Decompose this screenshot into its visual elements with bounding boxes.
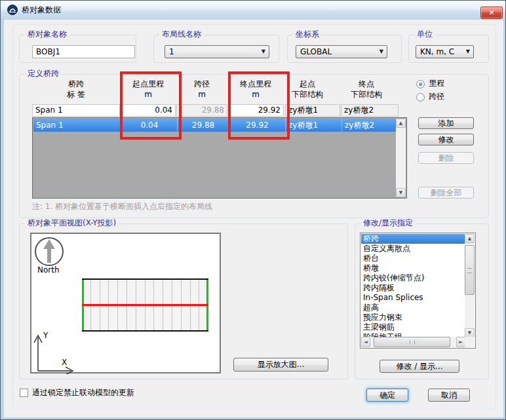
- axis-y-label: Y: [43, 331, 48, 341]
- define-spans-label: 定义桥跨: [25, 69, 62, 78]
- coordinate-system-select[interactable]: GLOBAL ▼: [296, 45, 387, 58]
- units-label: 单位: [414, 29, 435, 39]
- list-item-girder-rebar[interactable]: 主梁钢筋: [361, 322, 465, 332]
- vscroll-thumb[interactable]: [465, 245, 475, 295]
- start-station-input[interactable]: 0.04: [121, 104, 176, 117]
- bridge-object-name-input[interactable]: BOBJ1: [32, 45, 135, 58]
- end-station-input[interactable]: 29.92: [228, 104, 284, 117]
- lock-update-checkbox[interactable]: [20, 389, 28, 397]
- chevron-down-icon: ▼: [466, 47, 470, 56]
- window-title: 桥对象数据: [22, 5, 61, 14]
- end-substructure-field[interactable]: zy桥墩2: [341, 104, 399, 117]
- station-radio-label: 里程: [429, 79, 444, 88]
- modify-button[interactable]: 修改: [418, 134, 474, 145]
- lock-update-checkbox-label: 通过锁定禁止联动模型的更新: [32, 388, 134, 398]
- layout-line-value: 1: [169, 47, 174, 56]
- scroll-down-icon: ▼: [468, 330, 471, 335]
- list-item-abutments[interactable]: 桥台: [361, 254, 465, 263]
- scroll-down-button[interactable]: ▼: [396, 188, 406, 197]
- units-value: KN, m, C: [420, 47, 454, 56]
- column-header-start-substructure: 起点下部结构: [277, 79, 338, 100]
- assignments-list[interactable]: 桥跨 自定义离散点 桥台 桥墩 跨内铰(伸缩节点) 跨内隔板 In-Span S…: [360, 233, 476, 349]
- list-item-spans[interactable]: 桥跨: [361, 234, 465, 244]
- bridge-layout-line: [82, 304, 208, 306]
- list-item-hinges[interactable]: 跨内铰(伸缩节点): [361, 273, 465, 283]
- list-item-prestress-tendons[interactable]: 预应力钢束: [361, 313, 465, 322]
- scroll-left-button[interactable]: ◄: [361, 337, 370, 347]
- xy-axes-icon: [30, 330, 79, 374]
- scroll-up-button[interactable]: ▲: [396, 119, 406, 128]
- bridge-object-data-dialog: 桥对象数据 ✕ 桥对象名称 BOBJ1 布局线名称 1 ▼ 坐标系 GLOBAL…: [0, 0, 506, 420]
- scroll-up-button[interactable]: ▲: [465, 234, 475, 243]
- ok-button[interactable]: 确定: [366, 389, 408, 402]
- span-label-input[interactable]: Span 1: [32, 104, 120, 117]
- table-row-selected[interactable]: Span 1 0.04 29.88 29.92 zy桥墩1 zy桥墩2: [33, 119, 397, 132]
- span-length-field: 29.88: [176, 104, 227, 117]
- close-button[interactable]: ✕: [480, 7, 503, 19]
- coordinate-system-value: GLOBAL: [300, 47, 332, 56]
- column-header-end-substructure: 终点下部结构: [336, 79, 397, 100]
- list-item-staged-construction[interactable]: 阶段施工组: [361, 332, 465, 337]
- bridge-object-name-label: 桥对象名称: [25, 29, 69, 39]
- scroll-right-button[interactable]: ►: [456, 337, 465, 347]
- chevron-down-icon: ▼: [262, 47, 265, 56]
- row-end-substructure: zy桥墩2: [341, 119, 397, 132]
- assignments-vscrollbar[interactable]: ▲ ▼: [465, 234, 475, 337]
- assignments-hscrollbar[interactable]: ◄ ►: [361, 337, 465, 347]
- list-item-superelevation[interactable]: 超高: [361, 303, 465, 313]
- row-start-substructure: zy桥墩1: [285, 119, 341, 132]
- column-header-span-length: 跨径m: [172, 79, 232, 100]
- plan-view-label: 桥对象平面视图(X-Y投影): [25, 218, 119, 227]
- list-item-diaphragms[interactable]: 跨内隔板: [361, 283, 465, 293]
- scroll-down-icon: ▼: [399, 190, 402, 195]
- station-radio[interactable]: [416, 80, 425, 88]
- column-header-start-station: 起点里程m: [118, 79, 178, 100]
- list-item-bents[interactable]: 桥墩: [361, 263, 465, 273]
- scroll-left-icon: ◄: [364, 339, 367, 345]
- layout-line-label: 布局线名称: [159, 29, 204, 39]
- scroll-up-icon: ▲: [468, 236, 471, 241]
- bridge-deck-drawing: [82, 278, 208, 332]
- note-text: 注: 1. 桥对象位置基于横断面插入点后指定的布局线: [32, 201, 212, 212]
- north-label: North: [37, 265, 60, 275]
- list-item-user-discretization[interactable]: 自定义离散点: [361, 244, 465, 254]
- span-list-scrollbar[interactable]: ▲ ▼: [396, 119, 406, 197]
- hscroll-thumb[interactable]: [374, 337, 450, 347]
- axis-x-label: X: [62, 358, 67, 368]
- title-bar[interactable]: 桥对象数据 ✕: [1, 1, 505, 19]
- row-end-station: 29.92: [229, 119, 285, 132]
- north-arrow-icon: [34, 237, 64, 267]
- scroll-up-icon: ▲: [399, 121, 402, 126]
- start-substructure-field[interactable]: zy桥墩1: [285, 104, 340, 117]
- column-header-span-label: 桥跨标 签: [46, 79, 106, 100]
- delete-button[interactable]: 删除: [418, 152, 474, 164]
- units-select[interactable]: KN, m, C ▼: [416, 45, 474, 58]
- assignments-items: 桥跨 自定义离散点 桥台 桥墩 跨内铰(伸缩节点) 跨内隔板 In-Span S…: [361, 234, 465, 337]
- modify-show-button[interactable]: 修改 / 显示...: [380, 360, 459, 373]
- add-button[interactable]: 添加: [418, 117, 474, 129]
- show-enlarged-view-button[interactable]: 显示放大图...: [233, 358, 328, 372]
- cancel-button[interactable]: 取消: [428, 389, 470, 402]
- close-icon: ✕: [488, 9, 494, 17]
- coordinate-system-label: 坐标系: [293, 29, 322, 39]
- assignments-label: 修改/显示指定: [360, 218, 416, 227]
- span-list[interactable]: Span 1 0.04 29.88 29.92 zy桥墩1 zy桥墩2 ▲ ▼: [32, 117, 407, 199]
- scroll-down-button[interactable]: ▼: [465, 328, 475, 337]
- layout-line-select[interactable]: 1 ▼: [165, 45, 269, 58]
- app-logo-icon: [7, 5, 18, 15]
- chevron-down-icon: ▼: [380, 47, 383, 56]
- row-span-label: Span 1: [33, 119, 121, 132]
- span-length-radio[interactable]: [416, 93, 425, 102]
- list-item-in-span-splices[interactable]: In-Span Splices: [361, 293, 465, 303]
- scroll-right-icon: ►: [459, 339, 462, 345]
- delete-all-button[interactable]: 删除全部: [418, 187, 474, 199]
- scrollbar-corner: [465, 337, 475, 347]
- span-length-radio-label: 跨径: [429, 92, 444, 102]
- row-start-station: 0.04: [121, 119, 177, 132]
- row-span-length: 29.88: [177, 119, 229, 132]
